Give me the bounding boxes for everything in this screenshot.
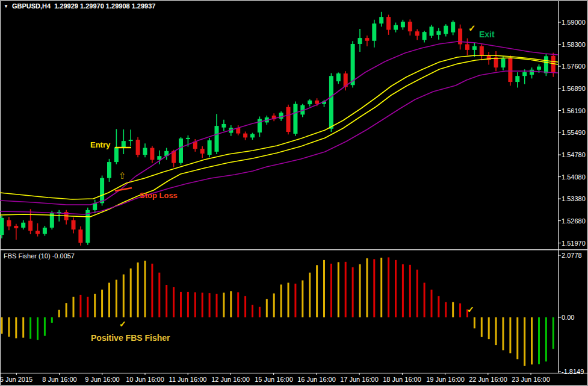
time-axis-label: 16 Jun 16:00 bbox=[296, 376, 337, 383]
fisher-check-icon: ✓ bbox=[119, 319, 126, 329]
time-axis-label: 5 Jun 2015 bbox=[0, 376, 37, 383]
time-axis-label: 9 Jun 16:00 bbox=[82, 376, 123, 383]
exit-annotation: Exit bbox=[479, 30, 495, 39]
mt4-chart-window: ▼ GBPUSD,H4 1.29929 1.29970 1.29908 1.29… bbox=[0, 0, 588, 386]
time-axis-label: 18 Jun 16:00 bbox=[382, 376, 422, 383]
price-axis-label: 1.56890 bbox=[562, 85, 586, 92]
stop-loss-annotation: Stop Loss bbox=[140, 191, 178, 200]
time-axis-label: 11 Jun 16:00 bbox=[167, 376, 208, 383]
indicator-pane[interactable] bbox=[1, 251, 558, 373]
positive-fbs-fisher-annotation: Positive FBS Fisher bbox=[91, 333, 170, 343]
symbol-dropdown-icon[interactable]: ▼ bbox=[4, 4, 8, 9]
time-axis-label: 22 Jun 16:00 bbox=[468, 376, 509, 383]
time-axis-label: 12 Jun 16:00 bbox=[210, 376, 251, 383]
price-axis-label: 1.55490 bbox=[562, 129, 586, 136]
indicator-axis-label: 0.00 bbox=[562, 314, 574, 321]
time-axis-label: 23 Jun 16:00 bbox=[510, 376, 551, 383]
time-axis-label: 15 Jun 16:00 bbox=[253, 376, 294, 383]
time-axis-label: 17 Jun 16:00 bbox=[339, 376, 380, 383]
entry-annotation: Entry bbox=[90, 140, 110, 149]
price-axis-label: 1.59000 bbox=[562, 19, 586, 26]
up-arrow-icon: ⇧ bbox=[119, 170, 126, 181]
indicator-axis-label: 2.0778 bbox=[562, 252, 582, 259]
price-axis-label: 1.51970 bbox=[562, 240, 586, 247]
exit-check-icon: ✓ bbox=[468, 23, 476, 34]
price-axis-label: 1.57600 bbox=[562, 63, 586, 70]
price-axis-label: 1.56190 bbox=[562, 107, 586, 114]
price-axis-label: 1.54080 bbox=[562, 173, 586, 181]
fisher-check-icon-2: ✓ bbox=[467, 305, 474, 314]
price-axis-label: 1.53380 bbox=[562, 195, 586, 202]
price-axis-label: 1.54780 bbox=[562, 151, 586, 158]
chart-title-bar: ▼ GBPUSD,H4 1.29929 1.29970 1.29908 1.29… bbox=[4, 2, 155, 10]
chart-title: GBPUSD,H4 1.29929 1.29970 1.29908 1.2993… bbox=[12, 2, 156, 10]
price-axis-label: 1.58300 bbox=[562, 41, 586, 48]
indicator-axis-label: -1.8149 bbox=[562, 368, 584, 375]
price-axis-label: 1.52680 bbox=[562, 217, 586, 225]
indicator-label: FBS Fisher (10) -0.0057 bbox=[4, 252, 75, 260]
time-axis-label: 8 Jun 16:00 bbox=[39, 376, 80, 383]
time-axis-label: 10 Jun 16:00 bbox=[125, 376, 166, 383]
time-axis-label: 19 Jun 16:00 bbox=[425, 376, 466, 383]
main-chart-pane[interactable] bbox=[1, 1, 558, 249]
